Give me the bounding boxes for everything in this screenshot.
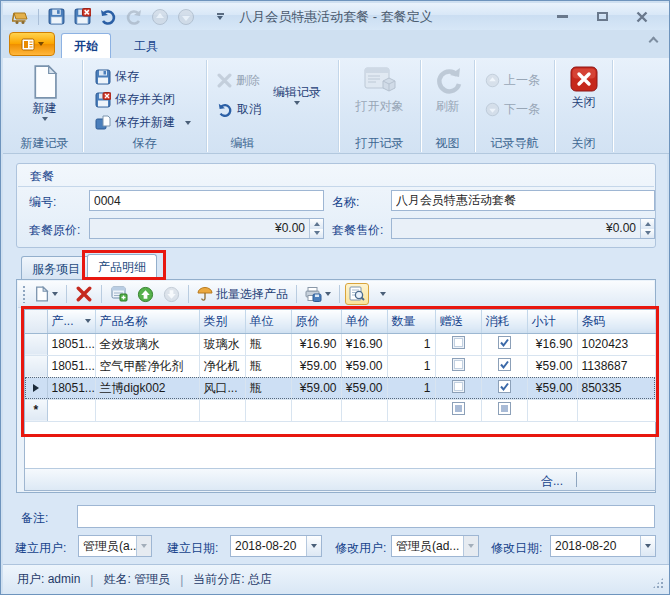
cell-consume[interactable] (481, 399, 527, 421)
column-header[interactable]: 小计 (527, 310, 577, 333)
column-header[interactable]: 消耗 (481, 310, 527, 333)
refresh-button[interactable]: 刷新 (421, 63, 474, 113)
orig-price-spinedit[interactable]: ¥0.00 (89, 218, 324, 239)
cell-subtotal[interactable]: ¥16.90 (527, 333, 577, 355)
preview-button[interactable] (345, 283, 369, 305)
cell-category[interactable]: 净化机 (199, 355, 245, 377)
cell-qty[interactable]: 1 (387, 355, 435, 377)
app-cart-icon[interactable] (9, 6, 33, 28)
orig-price-spinner[interactable] (309, 219, 323, 238)
close-icon[interactable] (629, 8, 655, 26)
new-row[interactable]: * (25, 399, 655, 421)
cell-category[interactable]: 风口... (199, 377, 245, 399)
product-table[interactable]: 产...产品名称类别单位原价单价数量赠送消耗小计条码18051...全效玻璃水玻… (25, 310, 656, 422)
modified-date-dropdown-icon[interactable] (640, 536, 655, 556)
cell-orig[interactable]: ¥59.00 (291, 355, 341, 377)
sort-down-icon[interactable] (85, 319, 91, 323)
column-header[interactable]: 原价 (291, 310, 341, 333)
cancel-button[interactable]: 取消 (213, 100, 265, 119)
up-circle-icon[interactable] (148, 6, 172, 28)
cell-consume[interactable] (481, 355, 527, 377)
cell-gift[interactable] (435, 333, 481, 355)
cell-orig[interactable]: ¥59.00 (291, 377, 341, 399)
cell-unit[interactable]: 瓶 (245, 333, 291, 355)
column-header[interactable]: 条码 (577, 310, 655, 333)
cell-barcode[interactable]: 1138687 (577, 355, 655, 377)
cell-consume[interactable] (481, 333, 527, 355)
tab-product-details[interactable]: 产品明细 (87, 254, 157, 280)
cell-name[interactable]: 空气甲醛净化剂 (95, 355, 199, 377)
delete-button[interactable]: 删除 (213, 71, 265, 90)
sell-price-spinner[interactable] (640, 219, 654, 238)
grid-delete-button[interactable] (72, 283, 96, 305)
cell-price[interactable]: ¥59.00 (341, 377, 387, 399)
toolbar-grip[interactable] (22, 285, 27, 303)
ribbon-collapse-icon[interactable] (649, 37, 659, 47)
qat-dropdown-icon[interactable] (208, 6, 232, 28)
column-header[interactable]: 产品名称 (95, 310, 199, 333)
open-object-button[interactable]: 打开对象 (353, 63, 407, 113)
cell-code[interactable]: 18051... (47, 333, 95, 355)
modified-by-dropdown-icon[interactable] (463, 536, 478, 556)
move-down-button[interactable] (159, 283, 183, 305)
close-record-button[interactable]: 关闭 (557, 63, 611, 109)
created-by-combo[interactable]: 管理员(a... (78, 535, 152, 557)
cell-code[interactable]: 18051... (47, 377, 95, 399)
undo-icon[interactable] (96, 6, 120, 28)
cell-name[interactable]: 兰博digk002 (95, 377, 199, 399)
column-header[interactable]: 单价 (341, 310, 387, 333)
cell-barcode[interactable]: 850335 (577, 377, 655, 399)
created-date-dropdown-icon[interactable] (306, 536, 321, 556)
save-close-icon[interactable] (70, 6, 94, 28)
cell-category[interactable] (199, 399, 245, 421)
cell-price[interactable] (341, 399, 387, 421)
cell-unit[interactable]: 瓶 (245, 355, 291, 377)
cell-barcode[interactable]: 1020423 (577, 333, 655, 355)
tab-tools[interactable]: 工具 (121, 33, 171, 58)
cell-orig[interactable] (291, 399, 341, 421)
code-input[interactable] (89, 190, 324, 211)
cell-gift[interactable] (435, 377, 481, 399)
cell-qty[interactable]: 1 (387, 377, 435, 399)
new-button[interactable]: 新建 (18, 63, 72, 121)
cell-unit[interactable] (245, 399, 291, 421)
maximize-icon[interactable] (589, 8, 615, 26)
sell-price-spinedit[interactable]: ¥0.00 (391, 218, 655, 239)
cell-subtotal[interactable]: ¥59.00 (527, 377, 577, 399)
cell-consume[interactable] (481, 377, 527, 399)
table-row[interactable]: 18051...兰博digk002风口...瓶¥59.00¥59.001¥59.… (25, 377, 655, 399)
batch-select-products-button[interactable]: 批量选择产品 (194, 283, 291, 305)
table-row[interactable]: 18051...空气甲醛净化剂净化机瓶¥59.00¥59.001¥59.0011… (25, 355, 655, 377)
modified-by-combo[interactable]: 管理员(ad... (391, 535, 479, 557)
modified-date-combo[interactable]: 2018-08-20 (550, 535, 656, 557)
preview-dropdown-button[interactable] (371, 283, 395, 305)
cell-price[interactable]: ¥59.00 (341, 355, 387, 377)
cell-code[interactable]: 18051... (47, 355, 95, 377)
cell-subtotal[interactable]: ¥59.00 (527, 355, 577, 377)
column-header[interactable]: 单位 (245, 310, 291, 333)
cell-unit[interactable]: 瓶 (245, 377, 291, 399)
cell-gift[interactable] (435, 399, 481, 421)
cell-category[interactable]: 玻璃水 (199, 333, 245, 355)
cell-code[interactable] (47, 399, 95, 421)
column-header[interactable]: 数量 (387, 310, 435, 333)
tab-start[interactable]: 开始 (61, 33, 111, 58)
column-header[interactable]: 赠送 (435, 310, 481, 333)
save-button[interactable]: 保存 (91, 67, 195, 86)
column-header[interactable]: 类别 (199, 310, 245, 333)
minimize-icon[interactable] (549, 8, 575, 26)
save-icon[interactable] (44, 6, 68, 28)
column-header[interactable]: 产... (47, 310, 95, 333)
application-menu-button[interactable] (9, 32, 55, 56)
move-up-button[interactable] (133, 283, 157, 305)
grid-form-button[interactable] (107, 283, 131, 305)
cell-price[interactable]: ¥16.90 (341, 333, 387, 355)
redo-icon[interactable] (122, 6, 146, 28)
previous-record-button[interactable]: 上一条 (481, 71, 544, 90)
next-record-button[interactable]: 下一条 (481, 100, 544, 119)
created-date-combo[interactable]: 2018-08-20 (230, 535, 322, 557)
cell-subtotal[interactable] (527, 399, 577, 421)
print-export-button[interactable] (302, 283, 334, 305)
cell-qty[interactable] (387, 399, 435, 421)
cell-name[interactable]: 全效玻璃水 (95, 333, 199, 355)
